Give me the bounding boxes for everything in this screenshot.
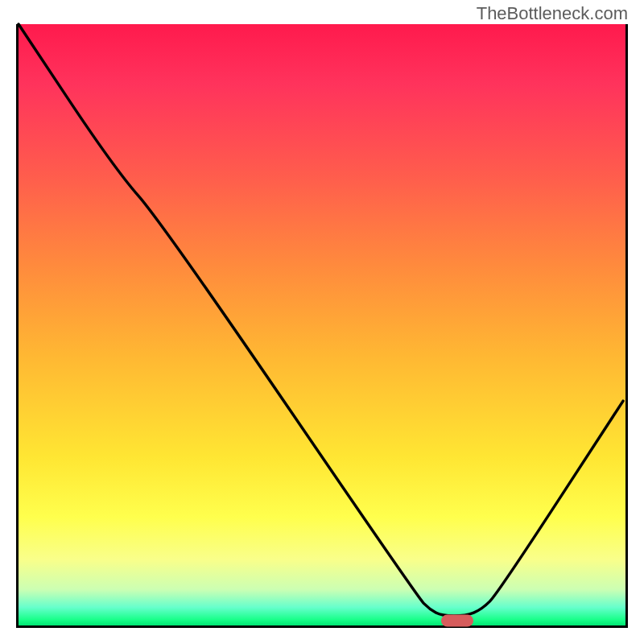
bottleneck-curve (19, 24, 623, 616)
curve-svg (19, 24, 625, 625)
chart-container: TheBottleneck.com (0, 0, 644, 644)
optimum-marker (441, 615, 473, 627)
watermark-text: TheBottleneck.com (477, 3, 628, 24)
plot-area (16, 24, 628, 628)
